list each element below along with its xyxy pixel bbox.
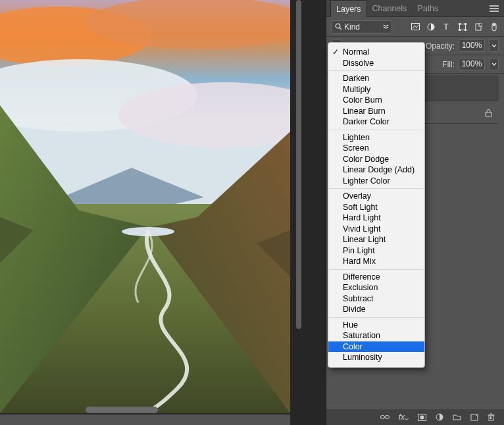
blend-item-difference[interactable]: Difference: [328, 272, 424, 283]
blend-item-color-burn[interactable]: Color Burn: [328, 95, 424, 106]
blend-group: Normal Dissolve: [328, 45, 424, 70]
search-icon: [335, 23, 342, 30]
svg-line-16: [340, 28, 341, 30]
blend-item-soft-light[interactable]: Soft Light: [328, 202, 424, 213]
blend-item-color-dodge[interactable]: Color Dodge: [328, 154, 424, 165]
layers-bottom-bar: fx: [326, 409, 504, 425]
chevron-down-icon: [383, 24, 389, 30]
svg-rect-26: [479, 23, 482, 26]
blend-item-linear-light[interactable]: Linear Light: [328, 234, 424, 245]
blend-item-darken[interactable]: Darken: [328, 73, 424, 84]
vertical-scrollbar[interactable]: [296, 0, 301, 329]
blend-item-saturation[interactable]: Saturation: [328, 330, 424, 341]
panel-tabbar: Layers Channels Paths: [326, 0, 504, 17]
blend-item-hard-mix[interactable]: Hard Mix: [328, 256, 424, 267]
svg-rect-31: [380, 416, 384, 419]
opacity-dropdown-arrow[interactable]: [489, 39, 499, 52]
blend-item-screen[interactable]: Screen: [328, 143, 424, 154]
svg-rect-32: [385, 416, 389, 419]
blend-group: Hue Saturation Color Luminosity: [328, 317, 424, 365]
opacity-label: Opacity:: [426, 41, 455, 51]
blend-item-linear-burn[interactable]: Linear Burn: [328, 106, 424, 117]
svg-point-34: [420, 415, 424, 419]
blend-item-luminosity[interactable]: Luminosity: [328, 352, 424, 363]
adjustment-layer-icon[interactable]: [436, 413, 443, 421]
blend-item-overlay[interactable]: Overlay: [328, 191, 424, 202]
blend-item-linear-dodge[interactable]: Linear Dodge (Add): [328, 164, 424, 176]
svg-rect-37: [489, 415, 493, 420]
group-icon[interactable]: [453, 414, 461, 420]
link-layers-icon[interactable]: [380, 414, 390, 420]
blend-group: Overlay Soft Light Hard Light Vivid Ligh…: [328, 188, 424, 269]
fill-value[interactable]: 100%: [459, 58, 485, 70]
svg-rect-21: [459, 23, 461, 25]
new-layer-icon[interactable]: [470, 414, 478, 421]
mask-icon[interactable]: [418, 414, 426, 421]
svg-point-15: [336, 24, 340, 28]
svg-rect-23: [459, 29, 461, 31]
svg-text:T: T: [443, 23, 449, 30]
filter-shape-icon[interactable]: [458, 23, 467, 31]
blend-item-lighter-color[interactable]: Lighter Color: [328, 176, 424, 187]
tab-layers[interactable]: Layers: [330, 0, 367, 17]
filter-smart-icon[interactable]: [474, 23, 483, 31]
blend-item-vivid-light[interactable]: Vivid Light: [328, 224, 424, 235]
layer-filter-row: Kind T: [326, 17, 504, 37]
horizontal-scrollbar[interactable]: [86, 407, 158, 413]
panel-menu-icon[interactable]: [484, 5, 504, 12]
blend-item-color[interactable]: Color: [328, 341, 424, 353]
blend-mode-dropdown[interactable]: Normal Dissolve Darken Multiply Color Bu…: [328, 42, 425, 368]
trash-icon[interactable]: [488, 413, 495, 421]
tab-channels[interactable]: Channels: [367, 0, 413, 17]
svg-rect-30: [486, 113, 491, 116]
tab-paths[interactable]: Paths: [412, 0, 443, 17]
filter-pixel-icon[interactable]: [411, 23, 420, 30]
blend-item-hue[interactable]: Hue: [328, 320, 424, 331]
blend-item-darker-color[interactable]: Darker Color: [328, 116, 424, 128]
opacity-value[interactable]: 100%: [459, 39, 485, 52]
filter-toggle-icon[interactable]: [490, 22, 499, 32]
svg-rect-24: [465, 29, 466, 31]
blend-item-pin-light[interactable]: Pin Light: [328, 245, 424, 257]
blend-item-exclusion[interactable]: Exclusion: [328, 282, 424, 293]
blend-item-dissolve[interactable]: Dissolve: [328, 58, 424, 69]
blend-item-normal[interactable]: Normal: [328, 47, 424, 58]
blend-item-hard-light[interactable]: Hard Light: [328, 213, 424, 224]
blend-item-divide[interactable]: Divide: [328, 304, 424, 315]
svg-rect-22: [465, 23, 466, 25]
svg-point-28: [493, 24, 495, 26]
layer-lock-icon[interactable]: [485, 109, 492, 117]
blend-item-multiply[interactable]: Multiply: [328, 84, 424, 95]
blend-group: Darken Multiply Color Burn Linear Burn D…: [328, 70, 424, 130]
filter-kind-label: Kind: [344, 22, 360, 32]
canvas-area: [0, 0, 290, 414]
fill-label: Fill:: [442, 60, 455, 69]
blend-group: Lighten Screen Color Dodge Linear Dodge …: [328, 130, 424, 189]
fill-dropdown-arrow[interactable]: [489, 58, 499, 70]
blend-item-subtract[interactable]: Subtract: [328, 293, 424, 305]
filter-kind-select[interactable]: Kind: [332, 20, 392, 34]
document-image[interactable]: [0, 0, 290, 413]
blend-group: Difference Exclusion Subtract Divide: [328, 269, 424, 317]
filter-type-icon[interactable]: T: [442, 23, 451, 30]
blend-item-lighten[interactable]: Lighten: [328, 132, 424, 143]
filter-adjustment-icon[interactable]: [426, 23, 436, 31]
fx-icon[interactable]: fx: [399, 413, 409, 422]
